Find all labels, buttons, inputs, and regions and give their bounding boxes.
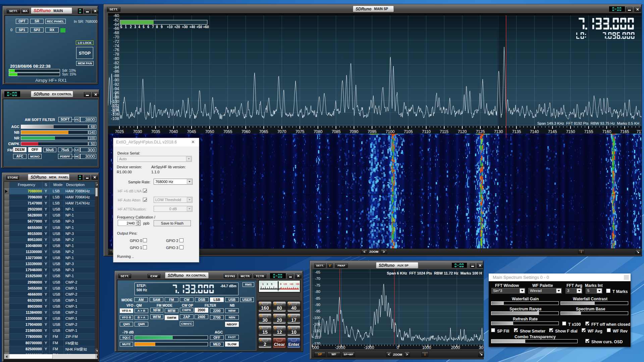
svg-text:-65: -65 [315,270,320,274]
svg-text:7155: 7155 [584,129,593,134]
svg-text:1000: 1000 [422,345,431,349]
svg-text:7040: 7040 [169,129,178,134]
svg-text:7120: 7120 [458,129,467,134]
svg-text:7025: 7025 [115,129,124,134]
svg-text:-90: -90 [315,303,320,307]
svg-text:1: 1 [125,25,127,29]
svg-text:7055: 7055 [223,129,232,134]
svg-text:7080: 7080 [314,129,323,134]
svg-text:-105: -105 [313,322,320,326]
svg-text:-70: -70 [113,35,119,40]
svg-text:7160: 7160 [602,129,611,134]
svg-text:7095: 7095 [368,129,377,134]
svg-text:-100: -100 [111,99,119,104]
svg-text:7170: 7170 [637,129,642,134]
svg-text:-102: -102 [111,104,119,108]
svg-text:7135: 7135 [512,129,521,134]
svg-text:S: S [120,25,122,29]
svg-text:2000: 2000 [451,345,460,349]
svg-text:-62: -62 [113,18,119,22]
svg-text:+30: +30 [182,25,188,29]
svg-text:-80: -80 [113,56,119,61]
svg-text:7165: 7165 [620,129,629,134]
svg-text:7035: 7035 [151,129,160,134]
svg-text:7115: 7115 [440,129,448,134]
svg-text:0: 0 [397,345,399,349]
svg-text:+20: +20 [174,25,180,29]
svg-text:7045: 7045 [187,129,196,134]
svg-text:6: 6 [147,25,149,29]
svg-text:3: 3 [267,283,268,285]
svg-text:-82: -82 [113,61,119,65]
svg-text:-60: -60 [113,13,119,18]
svg-text:7030: 7030 [133,129,142,134]
svg-text:3: 3 [134,25,136,29]
svg-text:Span 6 KHz FFT 1024 Pts RBW: Span 6 KHz FFT 1024 Pts RBW 11.72 Hz Mar… [387,271,482,275]
svg-text:-98: -98 [113,95,119,100]
svg-text:-96: -96 [113,90,119,95]
svg-text:7145: 7145 [548,129,557,134]
svg-text:1: 1 [262,283,264,285]
svg-text:-115: -115 [313,335,320,339]
svg-text:-80: -80 [315,290,320,294]
svg-text:-70: -70 [315,277,320,281]
svg-text:+40: +40 [190,25,195,29]
svg-text:7070: 7070 [277,129,286,134]
svg-text:7: 7 [152,25,154,29]
svg-text:7140: 7140 [530,129,539,134]
svg-text:-68: -68 [113,31,119,35]
svg-text:-2000: -2000 [335,345,345,349]
svg-text:9: 9 [161,25,163,29]
svg-text:+10: +10 [167,25,173,29]
svg-text:+40: +40 [289,283,293,285]
svg-text:-78: -78 [113,52,119,57]
svg-text:000: 000 [312,345,319,349]
svg-text:7150: 7150 [566,129,575,134]
svg-text:2: 2 [130,25,132,29]
svg-text:7050: 7050 [205,129,214,134]
svg-text:7130: 7130 [494,129,503,134]
svg-text:-1000: -1000 [364,345,374,349]
svg-text:-92: -92 [113,82,119,87]
svg-text:-108: -108 [111,116,119,121]
svg-text:-72: -72 [113,39,119,44]
svg-text:-110: -110 [313,329,320,333]
svg-text:7065: 7065 [259,129,268,134]
svg-text:-106: -106 [111,112,119,117]
svg-text:7075: 7075 [296,129,305,134]
svg-text:-88: -88 [113,73,119,78]
svg-text:-75: -75 [315,283,320,287]
svg-text:-95: -95 [315,309,320,313]
svg-text:7085: 7085 [332,129,341,134]
svg-text:+20: +20 [283,283,287,285]
svg-text:7125: 7125 [476,129,485,134]
svg-text:30: 30 [479,345,484,349]
svg-text:5: 5 [271,283,272,285]
svg-text:8: 8 [156,25,158,29]
svg-text:-85: -85 [315,296,320,300]
svg-text:7105: 7105 [404,129,413,134]
svg-text:-86: -86 [113,69,119,74]
svg-text:-76: -76 [113,48,119,52]
svg-text:9: 9 [280,283,281,285]
svg-text:7090: 7090 [350,129,359,134]
svg-text:-100: -100 [313,316,320,320]
svg-text:7100: 7100 [386,129,395,134]
svg-text:+60: +60 [203,25,209,29]
svg-text:7110: 7110 [422,129,431,134]
svg-text:-90: -90 [113,78,119,82]
svg-text:Span 149.3 KHz FFT 8192 Pts: Span 149.3 KHz FFT 8192 Pts RBW 93.75 Hz… [537,121,639,125]
svg-text:5: 5 [143,25,145,29]
svg-text:7060: 7060 [241,129,251,134]
svg-text:4: 4 [138,25,140,29]
svg-text:-66: -66 [113,26,119,31]
svg-text:+60: +60 [296,283,299,285]
svg-text:+50: +50 [197,25,202,29]
